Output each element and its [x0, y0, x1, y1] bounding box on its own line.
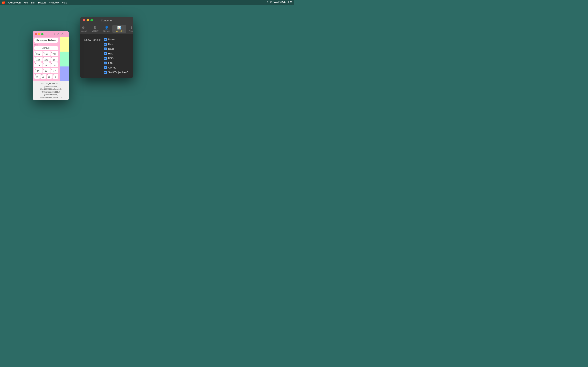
checkbox-cmyk-input[interactable] — [104, 66, 107, 69]
checkbox-hex[interactable]: Hex — [104, 43, 129, 46]
tab-converter-label: Converter — [115, 30, 124, 32]
menu-help[interactable]: Help — [62, 1, 67, 4]
app-name[interactable]: ColorWell — [8, 1, 21, 4]
color-swatches — [60, 37, 69, 81]
hsb-s-cell: S — [43, 62, 50, 67]
lab-row: L a b — [34, 68, 58, 73]
checkbox-rgb-label: RGB — [108, 47, 114, 50]
tab-names[interactable]: 👤 Names — [101, 25, 112, 33]
tab-about[interactable]: ℹ About — [126, 25, 133, 33]
lab-a-label: a — [43, 68, 44, 70]
hsl-h-label: H — [35, 57, 36, 59]
checkbox-lab-input[interactable] — [104, 62, 107, 64]
checkbox-hsb-input[interactable] — [104, 57, 107, 60]
hex-label: Hex — [34, 44, 58, 46]
menubar-left: 🍎 ColorWell File Edit History Window Hel… — [2, 1, 67, 4]
hsb-b-cell: B — [51, 62, 58, 67]
hsb-h-cell: H — [34, 62, 42, 67]
tab-names-label: Names — [103, 30, 110, 32]
plus-icon[interactable]: + — [65, 33, 67, 36]
hex-group: Hex — [34, 44, 58, 50]
b-cell: B — [51, 51, 58, 56]
checkbox-name-label: Name — [108, 38, 115, 41]
checkbox-rgb[interactable]: RGB — [104, 47, 129, 50]
swatch-blue[interactable] — [60, 67, 69, 81]
hex-field[interactable] — [34, 46, 58, 50]
code-area: NSColor(red:255/255.0, green:155/255.0, … — [33, 81, 69, 100]
tab-general[interactable]: ⚙ General — [80, 25, 89, 33]
rgb-row: R G B — [34, 51, 58, 56]
code-line-4: blue:209/255.0, alpha:1.0) — [34, 96, 67, 99]
window-title: Converter — [83, 19, 131, 22]
datetime: Wed 3 Feb 19:53 — [274, 1, 292, 4]
toolbar: ⚙ General 🖥 Display 👤 Names 📊 Converter … — [80, 24, 133, 34]
cw-maximize-button[interactable] — [41, 33, 43, 35]
checkbox-hsb[interactable]: HSB — [104, 57, 129, 60]
hsl-s-label: S — [43, 57, 44, 59]
hsl-l-label: L — [51, 57, 52, 59]
checkbox-swift-input[interactable] — [104, 71, 107, 74]
cw-minimize-button[interactable] — [38, 33, 40, 35]
checkbox-name-input[interactable] — [104, 38, 107, 41]
tab-general-label: General — [80, 30, 87, 32]
checkbox-hsl-label: HSL — [108, 52, 113, 55]
swatch-mint[interactable] — [60, 52, 69, 66]
checkbox-name[interactable]: Name — [104, 38, 129, 41]
checkbox-swift-label: Swift/Objective-C — [108, 71, 129, 74]
menu-history[interactable]: History — [38, 1, 46, 4]
checkbox-lab-label: Lab — [108, 61, 113, 64]
checkbox-hsl-input[interactable] — [104, 52, 107, 55]
hsl-row: H S L — [34, 57, 58, 62]
colorwell-body: Hex R G B H — [33, 37, 69, 81]
converter-icon: 📊 — [117, 26, 121, 30]
tab-converter[interactable]: 📊 Converter — [112, 25, 126, 33]
checkbox-cmyk-label: CMYK — [108, 66, 116, 69]
hsb-b-label: B — [51, 63, 52, 64]
checkbox-lab[interactable]: Lab — [104, 61, 129, 64]
converter-window: Converter ⚙ General 🖥 Display 👤 Names 📊 … — [80, 17, 133, 78]
cmyk-k-label: K — [53, 74, 54, 76]
tab-about-label: About — [129, 30, 133, 32]
cmyk-row: C M Y K — [34, 74, 58, 79]
battery-indicator: 21% — [267, 1, 272, 4]
gear2-icon[interactable]: ⚙ — [61, 33, 64, 36]
show-panels-row: Show Panels: Name Hex RGB HSL — [84, 38, 130, 74]
g-cell: G — [43, 51, 50, 56]
menubar: 🍎 ColorWell File Edit History Window Hel… — [0, 0, 294, 5]
hsb-row: H S B — [34, 62, 58, 67]
cmyk-c-label: C — [35, 74, 36, 76]
settings-icon[interactable]: ⚙ — [57, 33, 60, 36]
tab-display-label: Display — [92, 30, 99, 32]
colorwell-titlebar: ✳ ⚙ ⚙ + — [33, 31, 69, 37]
checkbox-hsb-label: HSB — [108, 57, 114, 60]
b-label: B — [51, 51, 52, 53]
cw-close-button[interactable] — [35, 33, 37, 35]
hsb-h-label: H — [35, 63, 36, 64]
color-name-field[interactable] — [34, 38, 58, 43]
code-line-2: blue:209/255.0, alpha:1.0) — [34, 88, 67, 91]
lab-a-cell: a — [43, 68, 50, 73]
checkbox-swift[interactable]: Swift/Objective-C — [104, 71, 129, 74]
cmyk-k-cell: K — [52, 74, 58, 79]
checkbox-hex-input[interactable] — [104, 43, 107, 46]
apple-menu[interactable]: 🍎 — [2, 1, 6, 4]
menu-window[interactable]: Window — [49, 1, 59, 4]
checkbox-rgb-input[interactable] — [104, 48, 107, 50]
converter-titlebar: Converter — [80, 17, 133, 24]
cmyk-c-cell: C — [34, 74, 40, 79]
hsl-s-cell: S — [43, 57, 50, 62]
lab-b-label: b — [51, 68, 52, 70]
cw-window-controls — [35, 33, 43, 35]
checkbox-cmyk[interactable]: CMYK — [104, 66, 129, 69]
menu-edit[interactable]: Edit — [31, 1, 35, 4]
swatch-yellow[interactable] — [60, 37, 69, 52]
checkbox-hsl[interactable]: HSL — [104, 52, 129, 55]
cmyk-m-label: M — [41, 74, 43, 76]
sun-icon[interactable]: ✳ — [53, 33, 56, 36]
gear-icon: ⚙ — [82, 26, 85, 30]
menu-file[interactable]: File — [24, 1, 28, 4]
r-cell: R — [34, 51, 42, 56]
hsl-h-cell: H — [34, 57, 42, 62]
tab-display[interactable]: 🖥 Display — [89, 25, 101, 33]
cw-toolbar-icons: ✳ ⚙ ⚙ + — [53, 33, 67, 36]
